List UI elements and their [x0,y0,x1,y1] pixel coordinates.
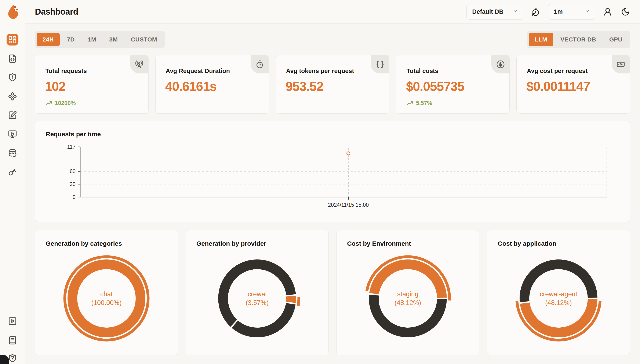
sidebar-item-api-keys[interactable] [6,166,18,178]
time-range-tabs: 24H 7D 1M 3M CUSTOM [35,31,165,48]
donut-chart-provider [213,254,302,343]
tab-7d[interactable]: 7D [61,33,81,46]
refresh-timer-button[interactable] [530,6,541,17]
chevron-down-icon [512,8,518,16]
stat-value: 102 [45,79,66,94]
interval-select[interactable]: 1m [548,4,595,20]
shield-question-icon [8,354,17,362]
timer-reset-icon [531,8,540,16]
mode-tabs: LLM VECTOR DB GPU [527,31,630,48]
donut-chart-categories [62,254,151,343]
stat-card-total-costs: Total costs $0.055735 5.57% [396,55,510,114]
chart-title: Cost by Environment [347,240,411,247]
donut-card-application: Cost by application crewai-agent(48.12%) [487,230,630,355]
tab-3m[interactable]: 3M [104,33,124,46]
tab-llm[interactable]: LLM [529,33,553,46]
donut-card-categories: Generation by categories chat(100.00%) [35,230,178,355]
chart-title: Cost by application [498,240,556,247]
tab-24h[interactable]: 24H [36,33,60,46]
profile-button[interactable] [602,6,613,17]
database-select[interactable]: Default DB [466,4,523,20]
chevron-down-icon [584,8,590,16]
dark-mode-toggle[interactable] [620,6,631,17]
moon-icon [621,8,630,16]
sidebar [0,0,25,364]
svg-text:2024/11/15 15:00: 2024/11/15 15:00 [328,202,369,208]
radio-tower-icon [130,55,148,74]
book-text-icon [8,336,17,345]
donut-chart-application [514,254,603,343]
svg-text:30: 30 [70,181,76,187]
sidebar-item-dashboard[interactable] [6,34,18,46]
sidebar-item-prompts[interactable] [6,109,18,121]
stat-label: Avg Request Duration [166,68,230,74]
trending-up-icon [45,100,52,106]
svg-text:0: 0 [72,194,76,200]
shield-alert-icon [8,73,17,82]
stat-trend: 5.57% [406,100,432,106]
braces-icon [371,55,389,74]
main-content: 24H 7D 1M 3M CUSTOM LLM VECTOR DB GPU To… [25,24,640,362]
stat-value: 953.52 [286,79,324,94]
stat-value: 40.6161s [165,79,216,94]
stat-card-total-requests: Total requests 102 10200% [35,55,148,114]
interval-select-value: 1m [554,8,563,15]
chart-title: Generation by categories [46,240,122,247]
layout-dashboard-icon [8,35,17,44]
tab-1m[interactable]: 1M [82,33,102,46]
stat-trend: 10200% [45,100,76,106]
sidebar-item-documentation[interactable] [6,334,18,346]
tab-custom[interactable]: CUSTOM [125,33,163,46]
banknote-icon [612,55,630,74]
sidebar-item-getting-started[interactable] [6,315,18,327]
sidebar-item-playground[interactable] [6,128,18,140]
topbar: Dashboard Default DB 1m [25,0,640,24]
file-code-icon [8,54,17,63]
stat-label: Avg tokens per request [286,68,354,74]
stat-value: $0.0011147 [526,79,590,94]
requests-per-time-card: Requests per time 030601172024/11/15 15:… [35,121,630,222]
stat-card-avg-cost: Avg cost per request $0.0011147 [516,55,630,114]
stat-cards-row: Total requests 102 10200% Avg Request Du… [35,55,630,114]
donut-chart-environment [364,254,452,343]
key-icon [8,168,17,176]
square-play-icon [8,316,17,326]
sidebar-item-requests[interactable] [6,53,18,64]
chart-title: Generation by provider [196,240,266,247]
stat-label: Total costs [406,68,438,74]
trending-up-icon [406,100,413,106]
svg-text:60: 60 [70,168,76,174]
stat-card-avg-duration: Avg Request Duration 40.6161s [155,55,269,114]
sidebar-item-exceptions[interactable] [6,71,18,83]
stat-card-avg-tokens: Avg tokens per request 953.52 [276,55,390,114]
user-icon [603,8,612,16]
page-title: Dashboard [35,7,78,16]
stat-label: Avg cost per request [527,68,588,74]
database-select-value: Default DB [472,8,504,15]
requests-line-chart: 030601172024/11/15 15:00 [35,121,630,222]
stat-label: Total requests [45,68,87,74]
stat-value: $0.055735 [406,79,464,94]
donut-cards-row: Generation by categories chat(100.00%) G… [35,230,630,355]
timer-icon [250,55,269,74]
sidebar-item-vault[interactable] [6,90,18,102]
database-backup-icon [8,149,17,158]
tab-gpu[interactable]: GPU [604,33,628,46]
monitor-play-icon [8,130,17,138]
tab-vector-db[interactable]: VECTOR DB [554,33,602,46]
svg-text:117: 117 [67,144,76,150]
sidebar-item-databases[interactable] [6,147,18,159]
donut-card-environment: Cost by Environment staging(48.12%) [336,230,479,355]
donut-card-provider: Generation by provider crewai(3.57%) [186,230,329,355]
circle-dollar-icon [491,55,510,74]
app-logo-flame-icon [5,4,20,20]
component-icon [8,92,17,101]
square-pen-icon [8,111,17,120]
